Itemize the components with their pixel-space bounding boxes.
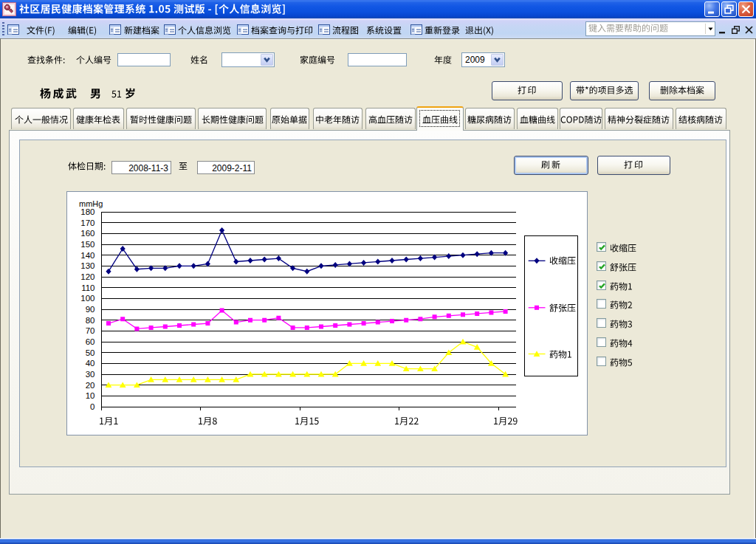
svg-text:140: 140 xyxy=(80,251,94,260)
svg-text:110: 110 xyxy=(81,283,94,292)
svg-text:120: 120 xyxy=(80,272,94,281)
svg-text:80: 80 xyxy=(86,316,95,325)
svg-text:10: 10 xyxy=(86,391,95,400)
svg-text:50: 50 xyxy=(86,348,95,357)
svg-text:30: 30 xyxy=(86,370,95,379)
svg-text:170: 170 xyxy=(80,218,94,227)
svg-text:90: 90 xyxy=(86,305,95,314)
svg-text:180: 180 xyxy=(80,207,94,216)
svg-text:160: 160 xyxy=(80,229,94,238)
svg-text:20: 20 xyxy=(86,381,95,390)
svg-text:150: 150 xyxy=(80,240,94,249)
svg-text:0: 0 xyxy=(90,402,94,411)
svg-text:mmHg: mmHg xyxy=(79,199,103,208)
svg-text:40: 40 xyxy=(86,359,95,368)
svg-text:130: 130 xyxy=(80,261,94,270)
svg-text:100: 100 xyxy=(80,294,94,303)
svg-text:60: 60 xyxy=(86,337,95,346)
svg-text:70: 70 xyxy=(86,326,95,335)
